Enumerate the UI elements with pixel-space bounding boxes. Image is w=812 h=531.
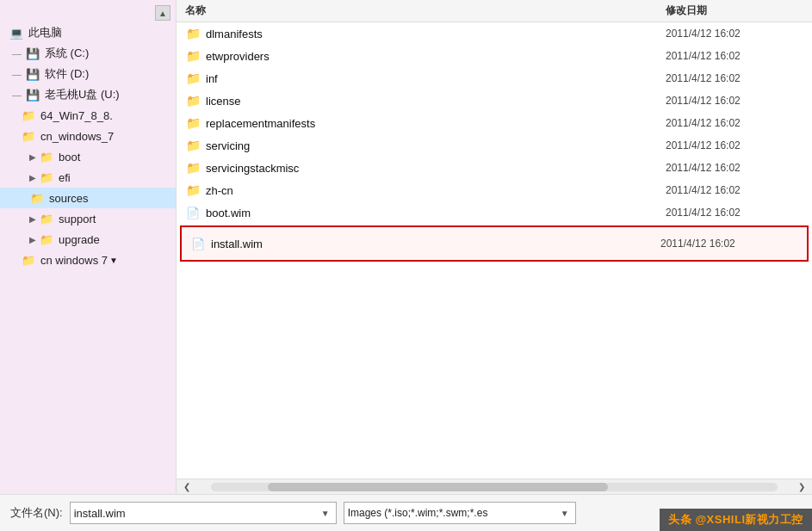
file-name: replacementmanifests — [206, 117, 666, 130]
sidebar: ▲ 💻 此电脑 — 💾 系统 (C:) — 💾 软件 (D:) — — [0, 0, 177, 494]
list-item[interactable]: 📁 etwproviders 2011/4/12 16:02 — [177, 45, 812, 67]
sidebar-label-soft-d: 软件 (D:) — [45, 66, 89, 82]
file-name: zh-cn — [206, 184, 666, 197]
list-item[interactable]: 📄 boot.wim 2011/4/12 16:02 — [177, 201, 812, 224]
list-item[interactable]: 📁 servicing 2011/4/12 16:02 — [177, 134, 812, 157]
sidebar-item-upgrade[interactable]: ▶ 📁 upgrade — [0, 229, 176, 250]
sidebar-up-area: ▲ — [0, 3, 176, 22]
folder-icon: 📁 — [185, 26, 201, 41]
file-header: 名称 修改日期 — [177, 0, 812, 22]
list-item[interactable]: 📁 servicingstackmisc 2011/4/12 16:02 — [177, 157, 812, 179]
folder-icon: 📁 — [185, 182, 201, 198]
wim-file-icon: 📄 — [185, 205, 201, 220]
chevron-support: ▶ — [29, 214, 36, 224]
filename-value: install.wim — [74, 507, 315, 520]
folder-efi-icon: 📁 — [39, 170, 54, 185]
sidebar-label-64win78: 64_Win7_8_8. — [40, 109, 113, 122]
sidebar-label-usb-u: 老毛桃U盘 (U:) — [45, 87, 120, 102]
sidebar-label-sources: sources — [49, 192, 89, 205]
folder-icon: 📁 — [185, 93, 201, 108]
list-item[interactable]: 📁 license 2011/4/12 16:02 — [177, 90, 812, 112]
drive-u-icon: 💾 — [25, 87, 40, 102]
folder-upgrade-icon: 📁 — [39, 232, 54, 247]
list-item[interactable]: 📁 inf 2011/4/12 16:02 — [177, 67, 812, 90]
file-date: 2011/4/12 16:02 — [666, 117, 803, 129]
col-date-header[interactable]: 修改日期 — [666, 3, 803, 18]
folder-icon: 📁 — [185, 115, 201, 131]
list-item[interactable]: 📁 replacementmanifests 2011/4/12 16:02 — [177, 112, 812, 134]
file-name: license — [206, 95, 666, 108]
filetype-dropdown-btn[interactable]: ▼ — [555, 503, 572, 523]
list-item-install-wim[interactable]: 📄 install.wim 2011/4/12 16:02 — [180, 225, 809, 262]
file-date: 2011/4/12 16:02 — [666, 95, 803, 107]
col-name-header[interactable]: 名称 — [185, 3, 666, 18]
folder-icon: 📁 — [185, 48, 201, 64]
watermark: 头条 @XSHILI新视力工控 — [660, 509, 812, 531]
chevron-boot: ▶ — [29, 152, 36, 162]
scroll-thumb[interactable] — [268, 483, 608, 491]
file-name: servicing — [206, 139, 666, 152]
horizontal-scrollbar[interactable]: ❮ ❯ — [177, 479, 812, 494]
chevron-soft-d: — — [12, 69, 22, 79]
sidebar-item-usb-u[interactable]: — 💾 老毛桃U盘 (U:) — [0, 84, 176, 105]
file-name: inf — [206, 72, 666, 85]
sidebar-label-cn-windows7b: cn windows 7 — [40, 254, 108, 267]
chevron-upgrade: ▶ — [29, 235, 36, 244]
scroll-right-arrow[interactable]: ❯ — [795, 480, 809, 494]
sidebar-label-this-pc: 此电脑 — [28, 25, 62, 40]
file-area: 名称 修改日期 📁 dlmanifests 2011/4/12 16:02 📁 … — [177, 0, 812, 494]
scroll-track[interactable] — [211, 483, 778, 491]
file-date: 2011/4/12 16:02 — [666, 139, 803, 151]
file-date: 2011/4/12 16:02 — [666, 50, 803, 62]
sidebar-label-boot: boot — [59, 151, 80, 164]
file-name: etwproviders — [206, 50, 666, 63]
file-name: dlmanifests — [206, 28, 666, 40]
list-item[interactable]: 📁 zh-cn 2011/4/12 16:02 — [177, 179, 812, 201]
sidebar-item-this-pc[interactable]: 💻 此电脑 — [0, 22, 176, 43]
sidebar-label-system-c: 系统 (C:) — [45, 46, 89, 61]
file-list: 📁 dlmanifests 2011/4/12 16:02 📁 etwprovi… — [177, 22, 812, 479]
folder-icon: 📁 — [185, 138, 201, 153]
filename-input-wrapper[interactable]: install.wim ▼ — [70, 502, 337, 524]
filename-dropdown-btn[interactable]: ▼ — [315, 503, 332, 523]
folder-cnwin7-icon: 📁 — [21, 128, 36, 144]
main-content: ▲ 💻 此电脑 — 💾 系统 (C:) — 💾 软件 (D:) — — [0, 0, 812, 494]
sidebar-item-64win78[interactable]: 📁 64_Win7_8_8. — [0, 105, 176, 126]
file-name: boot.wim — [206, 207, 666, 219]
up-button[interactable]: ▲ — [155, 5, 170, 21]
sidebar-item-efi[interactable]: ▶ 📁 efi — [0, 167, 176, 188]
chevron-cn-windows7b: ▼ — [109, 256, 118, 265]
sidebar-item-sources[interactable]: 📁 sources — [0, 188, 176, 208]
list-item[interactable]: 📁 dlmanifests 2011/4/12 16:02 — [177, 22, 812, 45]
drive-c-icon: 💾 — [25, 46, 40, 61]
chevron-efi: ▶ — [29, 173, 36, 182]
file-date: 2011/4/12 16:02 — [666, 184, 803, 196]
sidebar-label-support: support — [59, 213, 96, 225]
sidebar-item-boot[interactable]: ▶ 📁 boot — [0, 146, 176, 167]
scroll-left-arrow[interactable]: ❮ — [180, 480, 194, 494]
filetype-value: Images (*.iso;*.wim;*.swm;*.es — [348, 507, 555, 519]
sidebar-item-support[interactable]: ▶ 📁 support — [0, 208, 176, 229]
this-pc-icon: 💻 — [9, 25, 24, 40]
filetype-select-wrapper[interactable]: Images (*.iso;*.wim;*.swm;*.es ▼ — [344, 502, 576, 524]
folder-icon: 📁 — [185, 71, 201, 86]
sidebar-item-system-c[interactable]: — 💾 系统 (C:) — [0, 43, 176, 64]
folder-64win-icon: 📁 — [21, 108, 36, 123]
filename-label: 文件名(N): — [10, 505, 63, 521]
chevron-usb: — — [12, 90, 22, 100]
folder-cnwin7b-icon: 📁 — [21, 252, 36, 268]
sidebar-label-cn-windows7: cn_windows_7 — [40, 130, 114, 143]
file-date: 2011/4/12 16:02 — [666, 28, 803, 40]
sidebar-item-soft-d[interactable]: — 💾 软件 (D:) — [0, 64, 176, 84]
chevron-system-c: — — [12, 48, 22, 59]
folder-sources-icon: 📁 — [29, 190, 45, 206]
drive-d-icon: 💾 — [25, 66, 40, 82]
file-date: 2011/4/12 16:02 — [666, 207, 803, 219]
folder-boot-icon: 📁 — [39, 149, 54, 164]
sidebar-item-cn-windows7b[interactable]: 📁 cn windows 7 ▼ — [0, 250, 176, 270]
folder-support-icon: 📁 — [39, 211, 54, 226]
file-date: 2011/4/12 16:02 — [666, 72, 803, 84]
file-name-install-wim: install.wim — [211, 238, 660, 250]
sidebar-item-cn-windows7[interactable]: 📁 cn_windows_7 — [0, 126, 176, 146]
file-date-install-wim: 2011/4/12 16:02 — [660, 238, 798, 250]
